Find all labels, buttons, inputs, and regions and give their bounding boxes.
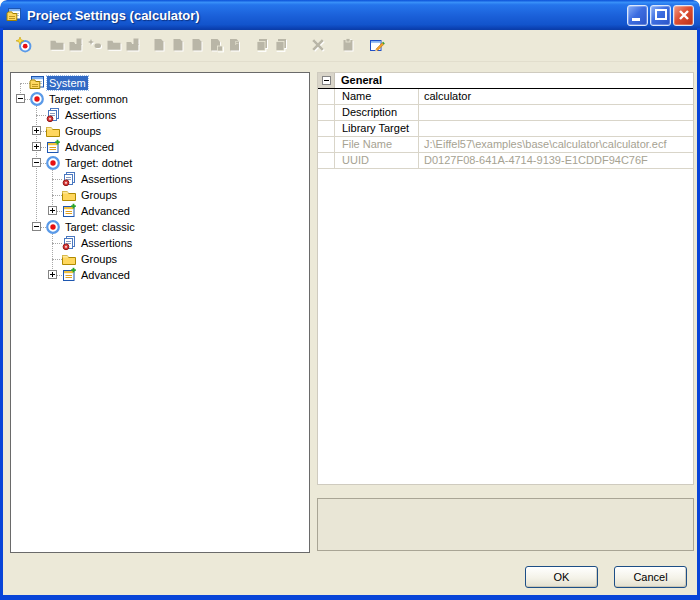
delete-button: [308, 34, 327, 58]
expand-icon[interactable]: [48, 206, 57, 215]
toolbar: F: [3, 30, 697, 62]
collapse-icon[interactable]: [32, 158, 41, 167]
titlebar[interactable]: Project Settings (calculator): [0, 0, 700, 30]
doc-icon: [189, 37, 205, 55]
doc-badge-icon: [208, 37, 224, 55]
folder-tree-icon: [61, 187, 77, 203]
property-value[interactable]: [419, 105, 693, 120]
tree-item-system[interactable]: System: [11, 75, 309, 91]
property-label: Library Target: [335, 121, 419, 136]
ok-button[interactable]: OK: [525, 566, 598, 588]
toolbar-button-12-button: [252, 34, 271, 58]
tree-item-label: Groups: [63, 124, 103, 138]
property-row-indent: [318, 121, 335, 136]
target-icon: [45, 155, 61, 171]
tree-item-label: Advanced: [79, 204, 132, 218]
window-icon: [6, 7, 22, 23]
collapse-icon[interactable]: [322, 76, 331, 85]
tree-item-assertions[interactable]: Assertions: [11, 235, 309, 251]
advanced-icon: [45, 139, 61, 155]
window-border: [0, 595, 700, 600]
close-button[interactable]: [673, 5, 694, 26]
toolbar-button-7-button: [149, 34, 168, 58]
property-value: D0127F08-641A-4714-9139-E1CDDF94C76F: [419, 153, 693, 168]
tree-item-label: Assertions: [79, 172, 134, 186]
settings-tree: SystemTarget: commonAssertionsGroupsAdva…: [10, 72, 310, 553]
advanced-icon: [61, 203, 77, 219]
folder-tree-icon: [45, 123, 61, 139]
project-settings-dialog: Project Settings (calculator) F SystemTa…: [0, 0, 700, 600]
property-value[interactable]: calculator: [419, 89, 693, 104]
expand-icon[interactable]: [32, 126, 41, 135]
tree-item-label: Target: common: [47, 92, 130, 106]
section-header-general[interactable]: General: [318, 73, 693, 89]
property-row-file-name: File NameJ:\Eiffel57\examples\base\calcu…: [318, 137, 693, 153]
toolbar-group: [14, 34, 33, 58]
window-title: Project Settings (calculator): [27, 8, 627, 23]
property-value[interactable]: [419, 121, 693, 136]
edit-configuration-button[interactable]: [367, 34, 386, 58]
target-icon: [29, 91, 45, 107]
docs-icon: [273, 37, 289, 55]
x-icon: [310, 37, 326, 55]
toolbar-group: [367, 34, 386, 58]
toolbar-button-8-button: [168, 34, 187, 58]
toolbar-button-10-button: [206, 34, 225, 58]
minimize-button[interactable]: [627, 5, 648, 26]
advanced-icon: [61, 267, 77, 283]
expand-icon[interactable]: [48, 270, 57, 279]
tree-item-label: Advanced: [63, 140, 116, 154]
property-row-description: Description: [318, 105, 693, 121]
property-grid: General NamecalculatorDescriptionLibrary…: [317, 72, 694, 485]
expand-icon[interactable]: [32, 142, 41, 151]
toolbar-button-15-button: [338, 34, 357, 58]
tree-item-target-dotnet[interactable]: Target: dotnet: [11, 155, 309, 171]
collapse-icon[interactable]: [16, 94, 25, 103]
assertions-icon: [45, 107, 61, 123]
rename-icon: [87, 37, 103, 55]
tree-item-label: Assertions: [63, 108, 118, 122]
maximize-button[interactable]: [650, 5, 671, 26]
tree-item-groups[interactable]: Groups: [11, 187, 309, 203]
tree-item-advanced[interactable]: Advanced: [11, 139, 309, 155]
tree-item-advanced[interactable]: Advanced: [11, 203, 309, 219]
tree-item-target-common[interactable]: Target: common: [11, 91, 309, 107]
tree-item-assertions[interactable]: Assertions: [11, 107, 309, 123]
property-row-library-target: Library Target: [318, 121, 693, 137]
clipboard-icon: [340, 37, 356, 55]
tree-item-label: Target: dotnet: [63, 156, 134, 170]
new-target-button[interactable]: [14, 34, 33, 58]
toolbar-button-6-button: [123, 34, 142, 58]
folder-icon: [106, 37, 122, 55]
property-label: UUID: [335, 153, 419, 168]
toolbar-group: [308, 34, 327, 58]
tree-item-label: Advanced: [79, 268, 132, 282]
assertions-icon: [61, 171, 77, 187]
collapse-icon[interactable]: [32, 222, 41, 231]
property-row-indent: [318, 105, 335, 120]
edit-icon: [369, 37, 385, 55]
toolbar-group: [252, 34, 290, 58]
tree-item-label: System: [47, 76, 88, 90]
property-row-indent: [318, 153, 335, 168]
toolbar-button-5-button: [104, 34, 123, 58]
tree-item-groups[interactable]: Groups: [11, 251, 309, 267]
tree-item-assertions[interactable]: Assertions: [11, 171, 309, 187]
property-row-indent: [318, 137, 335, 152]
property-row-uuid: UUIDD0127F08-641A-4714-9139-E1CDDF94C76F: [318, 153, 693, 169]
toolbar-group: [338, 34, 357, 58]
doc-f-icon: F: [227, 37, 243, 55]
tree-item-label: Groups: [79, 252, 119, 266]
docs-icon: [254, 37, 270, 55]
tree-item-target-classic[interactable]: Target: classic: [11, 219, 309, 235]
cancel-button[interactable]: Cancel: [614, 566, 687, 588]
section-title: General: [335, 73, 693, 88]
doc-icon: [170, 37, 186, 55]
tree-item-advanced[interactable]: Advanced: [11, 267, 309, 283]
folder-icon: [49, 37, 65, 55]
tree-item-label: Assertions: [79, 236, 134, 250]
property-row-indent: [318, 89, 335, 104]
toolbar-button-11-button: F: [225, 34, 244, 58]
toolbar-button-4-button: [85, 34, 104, 58]
tree-item-groups[interactable]: Groups: [11, 123, 309, 139]
